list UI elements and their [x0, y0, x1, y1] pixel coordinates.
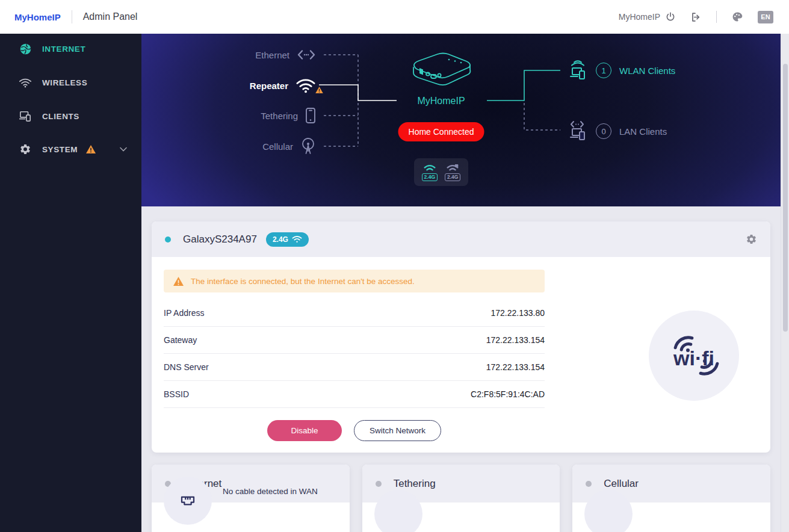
topbar-actions: MyHomeIP EN	[619, 0, 773, 34]
ethernet-wan-icon	[297, 50, 316, 60]
sidebar: INTERNET WIRELESS CLIENTS SYSTEM	[0, 34, 141, 532]
sidebar-item-wireless[interactable]: WIRELESS	[0, 67, 141, 97]
wifi-icon	[422, 164, 437, 173]
chevron-down-icon[interactable]	[120, 147, 127, 152]
page-title: Admin Panel	[83, 11, 138, 22]
warning-icon	[173, 277, 184, 286]
sidebar-item-internet[interactable]: INTERNET	[0, 34, 141, 64]
disable-button[interactable]: Disable	[267, 420, 342, 441]
wifi-guest-icon	[445, 164, 460, 173]
sidebar-item-label: SYSTEM	[42, 145, 78, 154]
source-label: Repeater	[250, 81, 288, 91]
detail-value: 172.22.133.154	[486, 335, 545, 345]
client-label: WLAN Clients	[619, 66, 675, 76]
status-dot	[165, 237, 171, 243]
devices-icon	[18, 110, 32, 122]
source-cellular[interactable]: Cellular	[141, 138, 316, 155]
source-label: Ethernet	[255, 50, 289, 60]
sidebar-item-label: CLIENTS	[42, 112, 79, 121]
client-count: 1	[596, 63, 611, 78]
detail-row-bssid: BSSID C2:F8:5F:91:4C:AD	[164, 381, 545, 408]
gear-icon	[18, 143, 32, 155]
router-node	[399, 34, 483, 93]
detail-row-gateway: Gateway 172.22.133.154	[164, 327, 545, 354]
detail-value: 172.22.133.154	[486, 362, 545, 372]
band-badge: 2.4G	[266, 232, 309, 247]
scrollbar-thumb[interactable]	[783, 64, 788, 332]
source-label: Tethering	[261, 111, 298, 121]
sidebar-item-label: INTERNET	[42, 45, 85, 54]
source-label: Cellular	[262, 141, 293, 152]
tethering-card: Tethering	[362, 465, 560, 532]
source-repeater[interactable]: Repeater	[141, 78, 316, 93]
globe-icon	[18, 43, 32, 55]
warning-icon	[315, 85, 323, 96]
detail-row-ip: IP Address 172.22.133.80	[164, 300, 545, 327]
interface-cards-row: Ethernet No cable detected in WAN Tether…	[152, 465, 770, 532]
brand-logo[interactable]: MyHomeIP	[14, 12, 61, 22]
account-name: MyHomeIP	[619, 12, 660, 22]
logout-icon[interactable]	[690, 11, 702, 23]
cellular-antenna-icon	[300, 138, 316, 155]
topbar-divider	[72, 10, 72, 23]
ethernet-port-badge	[164, 477, 212, 525]
client-label: LAN Clients	[619, 126, 667, 137]
main-content: GalaxyS234A97 2.4G The interface is conn…	[141, 206, 781, 532]
warning-icon	[86, 145, 96, 153]
sidebar-item-label: WIRELESS	[42, 78, 87, 87]
band-label: 2.4G	[445, 173, 460, 181]
connection-details: IP Address 172.22.133.80 Gateway 172.22.…	[164, 300, 545, 408]
network-topology-panel: Ethernet Repeater Tethering Cellular	[141, 34, 781, 206]
power-icon[interactable]	[665, 11, 676, 22]
status-dot	[376, 481, 382, 487]
ethernet-status-message: No cable detected in WAN	[223, 486, 337, 497]
page-scrollbar[interactable]	[781, 34, 789, 532]
tethering-badge	[374, 490, 422, 532]
detail-label: IP Address	[164, 308, 204, 318]
band-label: 2.4G	[422, 173, 438, 181]
detail-label: BSSID	[164, 389, 189, 399]
wifi-icon	[292, 235, 302, 243]
wlan-devices-icon	[568, 60, 588, 81]
ethernet-port-icon	[179, 492, 197, 510]
switch-network-button[interactable]: Switch Network	[354, 420, 441, 441]
status-dot	[586, 481, 592, 487]
warning-message: The interface is connected, but the Inte…	[191, 277, 415, 286]
wifi-band-panel: 2.4G 2.4G	[414, 158, 468, 186]
card-title: Cellular	[604, 478, 639, 490]
connection-settings-gear-icon[interactable]	[746, 234, 757, 245]
source-tethering[interactable]: Tethering	[141, 107, 316, 124]
topbar-actions-divider	[716, 11, 717, 23]
topbar: MyHomeIP Admin Panel MyHomeIP EN	[0, 0, 789, 34]
router-name: MyHomeIP	[399, 96, 483, 107]
wlan-clients[interactable]: 1 WLAN Clients	[568, 60, 675, 81]
band-badge-label: 2.4G	[273, 235, 288, 244]
detail-label: Gateway	[164, 335, 197, 345]
language-selector[interactable]: EN	[758, 11, 773, 23]
svg-text:wi·fi: wi·fi	[673, 347, 714, 370]
wifi-band-active[interactable]: 2.4G	[422, 164, 438, 181]
connection-actions: Disable Switch Network	[164, 420, 545, 441]
sidebar-item-clients[interactable]: CLIENTS	[0, 101, 141, 131]
network-ssid: GalaxyS234A97	[183, 234, 257, 246]
sidebar-item-system[interactable]: SYSTEM	[0, 134, 141, 164]
wifi-logo-badge: wi·fi	[649, 311, 739, 401]
repeater-wifi-icon	[295, 78, 316, 93]
detail-row-dns: DNS Server 172.22.133.154	[164, 354, 545, 381]
repeater-connection-card: GalaxyS234A97 2.4G The interface is conn…	[152, 221, 770, 453]
wifi-band-guest[interactable]: 2.4G	[445, 164, 460, 181]
lan-devices-icon	[568, 120, 588, 142]
card-title: Tethering	[394, 478, 436, 490]
connection-card-header: GalaxyS234A97 2.4G	[152, 221, 770, 257]
source-ethernet[interactable]: Ethernet	[141, 50, 316, 60]
wifi-logo: wi·fi	[658, 327, 730, 385]
status-badge: Home Connected	[398, 122, 484, 141]
theme-palette-icon[interactable]	[731, 11, 743, 23]
account-reboot-button[interactable]: MyHomeIP	[619, 11, 676, 22]
phone-icon	[305, 107, 316, 124]
ethernet-card: Ethernet No cable detected in WAN	[152, 465, 350, 532]
detail-value: C2:F8:5F:91:4C:AD	[471, 389, 545, 399]
router-illustration	[405, 48, 477, 93]
detail-value: 172.22.133.80	[490, 308, 545, 318]
lan-clients[interactable]: 0 LAN Clients	[568, 120, 667, 142]
